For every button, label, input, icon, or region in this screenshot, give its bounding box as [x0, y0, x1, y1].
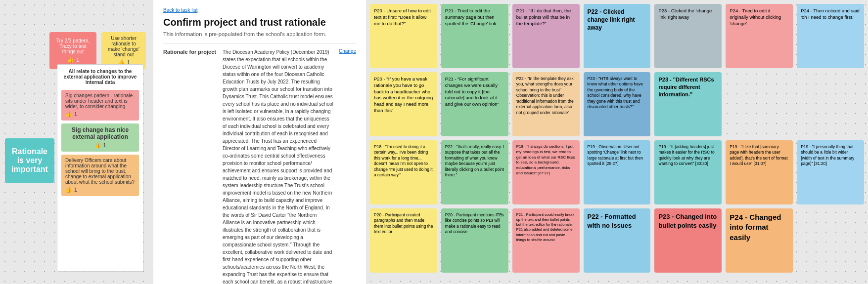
card-P19-personally: P19 - "I personally thing that should be…	[797, 140, 864, 204]
all-relate-label: All relate to changes to the external ap…	[61, 69, 139, 85]
card-P18-used: P18 - "I'm used to doing it a certain wa…	[370, 140, 437, 204]
card-P21-2: P21 - "If I do that then, the bullet poi…	[512, 4, 580, 68]
card-P22-easy: P22 - "that's really, really easy. I sup…	[441, 140, 508, 204]
cards-grid: P20 - Unsure of how to edit text at firs…	[370, 4, 864, 281]
card-P20-weak: P20 - "If you have a weak rationale you …	[370, 72, 437, 136]
middle-panel: Back to task list Confirm project and tr…	[153, 0, 366, 284]
page-title: Confirm project and trust rationale	[163, 17, 356, 28]
card-P20-created: P20 - Participant created paragraphs and…	[370, 208, 437, 273]
card-P22-clicked: P22 - Clicked change link right away	[584, 4, 651, 68]
card-P20-mentions: P20 - Participant mentions ITBs like con…	[441, 208, 508, 273]
sig-change-nice-note: Sig change has nice external application…	[61, 123, 139, 152]
card-P22-template: P22 - "In the template they ask you, wha…	[512, 72, 580, 136]
section-project-change-link[interactable]: Change	[339, 48, 356, 54]
card-P23-htb: P23 - "HTB always want to know what othe…	[584, 72, 651, 136]
card-P19-adding: P19 - "It [adding headers] just makes it…	[654, 140, 722, 204]
card-P24-format: P24 - Changed into format easily	[726, 208, 793, 273]
delivery-officers-note: Delivery Officers care about information…	[61, 155, 139, 196]
card-P21-break: P21 - Participant could easily break up …	[512, 208, 580, 273]
card-P19-observation: P19 - Observation: User not spotting 'Ch…	[584, 140, 651, 204]
right-panel: P20 - Unsure of how to edit text at firs…	[366, 0, 868, 284]
left-panel: Rationale is very important Editing func…	[0, 0, 153, 284]
card-P22-formatted: P22 - Formatted with no issues	[584, 208, 651, 273]
card-P19-like: P19 - "I like that [summary page with he…	[726, 140, 793, 204]
thumbs-up-icon-5: 👍	[65, 187, 72, 193]
section-project-label: Rationale for project	[163, 48, 223, 56]
card-P21-1: P21 - Tried to edit the summary page but…	[441, 4, 508, 68]
card-P21-significant: P21 - "For significant changes we were u…	[441, 72, 508, 136]
card-empty-1	[726, 72, 793, 136]
card-P18-always: P18 - "I always do sections. I put my he…	[512, 140, 580, 204]
back-link[interactable]: Back to task list	[163, 7, 356, 13]
try-pattern-note: Try 2/3 pattern, Tracy to test things ou…	[49, 32, 96, 69]
inner-notes-box: All relate to changes to the external ap…	[57, 64, 143, 272]
rationale-important-note: Rationale is very important	[5, 138, 54, 183]
section-project-content: The Diocesan Academy Policy (December 20…	[223, 48, 334, 284]
section-project-row: Rationale for project The Diocesan Acade…	[163, 43, 356, 284]
card-empty-3	[797, 208, 864, 273]
card-P20-1: P20 - Unsure of how to edit text at firs…	[370, 4, 437, 68]
card-P23-bullet: P23 - Changed into bullet points easily	[654, 208, 722, 273]
thumbs-up-icon-3: 👍	[65, 111, 72, 118]
card-P24-then: P24 - Then noticed and said 'oh I need t…	[797, 4, 864, 68]
card-empty-2	[797, 72, 864, 136]
sig-changes-note: Sig changes pattern - rationale sits und…	[61, 90, 139, 121]
card-P24-tried: P24 - Tried to edit it originally withou…	[726, 4, 793, 68]
thumbs-up-icon: 👍	[67, 56, 74, 63]
thumbs-up-icon-4: 👍	[94, 142, 101, 149]
card-P23-clicked: P23 - Clicked the 'change link' right aw…	[654, 4, 722, 68]
use-shorter-note: Use shorter rationale to make 'change' s…	[101, 32, 146, 69]
form-description: This information is pre-populated from t…	[163, 31, 356, 37]
card-P23-different: P23 - "Different RSCs require different …	[654, 72, 722, 136]
